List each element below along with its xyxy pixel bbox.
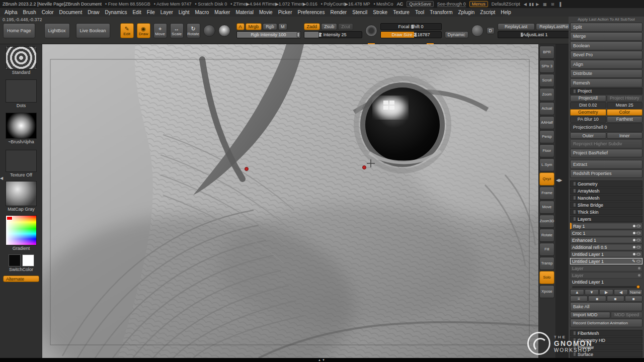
layer-list-button[interactable]: ≡: [570, 296, 588, 302]
menu-macro[interactable]: Macro: [195, 10, 209, 15]
layer-eye-icon[interactable]: [636, 239, 640, 241]
import-mdd-button[interactable]: Import MDD: [570, 312, 610, 318]
align-button[interactable]: Align: [570, 60, 642, 69]
menu-texture[interactable]: Texture: [393, 10, 410, 15]
sculptris-pro-icon[interactable]: [471, 25, 484, 37]
rotate3d-button[interactable]: Rotate: [539, 229, 554, 242]
menu-stencil[interactable]: Stencil: [352, 10, 367, 15]
redshift-properties-button[interactable]: Redshift Properties: [570, 169, 642, 178]
alpha-type-button[interactable]: [218, 25, 230, 37]
layer-row[interactable]: Untitled Layer 1: [570, 251, 642, 257]
solo-button[interactable]: Solo: [539, 271, 554, 284]
menu-marker[interactable]: Marker: [214, 10, 230, 15]
qxyz-button[interactable]: Qxyz: [539, 172, 554, 186]
menu-help[interactable]: Help: [501, 10, 511, 15]
layer-slider-dot[interactable]: [633, 253, 635, 255]
move-mode-button[interactable]: + Move: [153, 23, 167, 38]
project-all-button[interactable]: ProjectAll: [570, 95, 606, 102]
move3d-button[interactable]: Move: [539, 201, 554, 214]
menu-dynamics[interactable]: Dynamics: [105, 10, 127, 15]
pa-blur-slider[interactable]: PA Blur 10: [570, 116, 606, 123]
bpr-button[interactable]: BPR: [539, 46, 554, 59]
layer-eye-icon[interactable]: [636, 225, 640, 227]
live-boolean-button[interactable]: Live Boolean: [76, 23, 110, 38]
boolean-button[interactable]: Boolean: [570, 41, 642, 50]
menu-document[interactable]: Document: [59, 10, 83, 15]
arraymesh-section[interactable]: ArrayMesh: [570, 188, 642, 194]
rgb-intensity-slider[interactable]: Rgb Intensity 100: [236, 31, 301, 38]
right-tray-expander[interactable]: ◀▶: [556, 178, 562, 183]
canvas-resize-handle[interactable]: ▲▼: [318, 358, 326, 361]
menu-edit[interactable]: Edit: [132, 10, 141, 15]
layer-eye-icon[interactable]: [636, 260, 640, 262]
menu-transform[interactable]: Transform: [430, 10, 452, 15]
adjust-last-slider[interactable]: AdjustLast 1: [498, 31, 573, 38]
layer-up-button[interactable]: ▲: [570, 289, 584, 295]
project-basrelief-button[interactable]: Project BasRelief: [570, 149, 642, 158]
menu-color[interactable]: Color: [42, 10, 54, 15]
layer-row[interactable]: Ray 1: [570, 223, 642, 229]
layer-option-button[interactable]: ■: [588, 296, 606, 302]
menu-render[interactable]: Render: [330, 10, 347, 15]
dynamic-toggle[interactable]: Dynamic: [445, 31, 468, 38]
layer-slider-dot[interactable]: [638, 267, 640, 269]
line-fill-button[interactable]: Fill: [539, 243, 554, 256]
bevel-pro-button[interactable]: Bevel Pro: [570, 51, 642, 60]
nanomesh-section[interactable]: NanoMesh: [570, 195, 642, 201]
layer-prev-button[interactable]: ◀: [614, 289, 628, 295]
layer-eye-icon[interactable]: [636, 232, 640, 234]
mdd-speed-button[interactable]: MDD Speed: [611, 312, 642, 318]
menu-alpha[interactable]: Alpha: [5, 10, 18, 15]
layer-row[interactable]: Croc 1: [570, 230, 642, 236]
rotate-mode-button[interactable]: ↻ Rotate: [187, 23, 200, 38]
grid-view-icon[interactable]: ▦: [543, 2, 547, 7]
frame-button[interactable]: Frame: [539, 187, 554, 200]
menu-zplugin[interactable]: Zplugin: [458, 10, 475, 15]
layer-slider-dot[interactable]: [638, 274, 640, 277]
layer-slider-dot[interactable]: [633, 225, 635, 227]
layer-slider-dot[interactable]: [633, 239, 635, 241]
remesh-button[interactable]: Remesh: [570, 78, 642, 87]
layer-option-button[interactable]: ■: [625, 296, 642, 302]
bake-all-button[interactable]: Bake All: [570, 302, 642, 311]
split-button[interactable]: Split: [570, 23, 642, 32]
menu-draw[interactable]: Draw: [88, 10, 99, 15]
distribute-button[interactable]: Distribute: [570, 69, 642, 78]
layer-row[interactable]: Enhanced 1: [570, 237, 642, 243]
transp-button[interactable]: Transp: [539, 257, 554, 270]
actual-button[interactable]: Actual: [539, 102, 554, 115]
layer-option-button[interactable]: ■: [607, 296, 624, 302]
layer-row[interactable]: Layer: [570, 272, 642, 279]
layers-section[interactable]: Layers: [570, 216, 642, 222]
brush-thumbnail[interactable]: [6, 46, 37, 69]
outer-toggle[interactable]: Outer: [570, 132, 606, 139]
layer-slider-dot[interactable]: [633, 246, 635, 248]
inner-toggle[interactable]: Inner: [607, 132, 643, 139]
floor-button[interactable]: Floor: [539, 144, 554, 157]
see-through-slider[interactable]: See-through 0: [437, 2, 466, 7]
persp-button[interactable]: Persp: [539, 130, 554, 143]
stroke-type-button[interactable]: [203, 25, 215, 37]
switch-color-widget[interactable]: [9, 254, 34, 266]
projection-shell-slider[interactable]: ProjectionShell 0: [570, 123, 642, 132]
color-picker[interactable]: [6, 215, 37, 245]
replay-last-button[interactable]: ReplayLast: [498, 23, 535, 30]
mrgb-button[interactable]: Mrgb: [246, 23, 262, 30]
alpha-thumbnail[interactable]: [6, 113, 37, 139]
layer-intensity-slider[interactable]: [572, 286, 640, 288]
sculpt-canvas[interactable]: [42, 44, 538, 358]
draw-mode-button[interactable]: ◉ Draw: [137, 23, 150, 38]
a-badge[interactable]: A: [236, 23, 245, 30]
preview-section[interactable]: Preview: [570, 344, 642, 350]
menu-layer[interactable]: Layer: [160, 10, 173, 15]
scale-mode-button[interactable]: ↔ Scale: [170, 23, 184, 38]
project-section[interactable]: Project: [570, 88, 642, 95]
layout-icon[interactable]: ⊞: [551, 2, 555, 7]
lightbox-button[interactable]: LightBox: [44, 23, 70, 38]
merge-button[interactable]: Merge: [570, 32, 642, 41]
layer-slider-dot[interactable]: [633, 232, 635, 234]
menu-picker[interactable]: Picker: [278, 10, 292, 15]
stroke-thumbnail[interactable]: [6, 79, 37, 103]
aahalf-button[interactable]: AAHalf: [539, 116, 554, 129]
layer-row[interactable]: Additional refi 0.5: [570, 244, 642, 250]
